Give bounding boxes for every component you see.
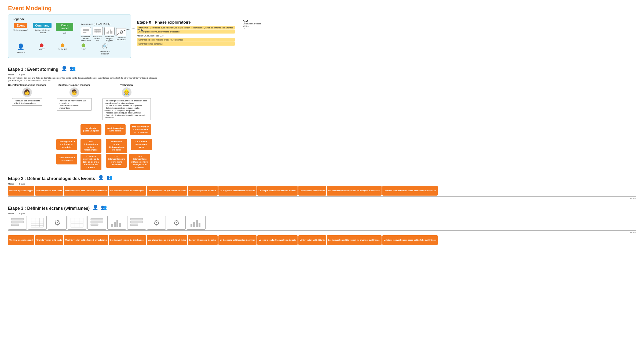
e3-sticky-7: Le compte rendu d'intervention a été sai…: [257, 235, 298, 245]
svg-rect-13: [11, 218, 24, 220]
etape3-stickies-row: Un client a passé un appel Une intervent…: [8, 235, 636, 245]
legend-scenario-item: 🔍 Scénario à détailler: [96, 43, 114, 55]
persona-label: Persona: [17, 51, 25, 54]
svg-rect-37: [130, 221, 143, 223]
etape1-metier-label: Métier: [8, 74, 14, 76]
svg-rect-1: [83, 30, 89, 31]
svg-rect-41: [196, 220, 198, 227]
persona-customer-name: Customer support manager: [58, 84, 90, 86]
legend-event: Event Verbe au passé: [13, 23, 29, 31]
legend-title: Légende: [13, 17, 126, 21]
etape3-title: Etape 3 : Définir les écrans (wireframes…: [8, 206, 90, 211]
t-sticky-0: Un client a passé un appel: [8, 186, 34, 196]
t-sticky-8: L'intervention a été clôturée: [298, 186, 326, 196]
qui-role-2: Ux: [243, 27, 261, 30]
e3-sticky-8: L'intervention a été clôturée: [298, 235, 326, 245]
svg-rect-9: [107, 32, 108, 34]
sticky-3: Un diagnostic a été fourni au technicien: [56, 139, 77, 150]
nice-label: NICE: [81, 48, 86, 50]
etape1-squad-label: Squad: [19, 74, 25, 76]
svg-rect-33: [114, 222, 116, 227]
wf-box-6: [127, 216, 146, 230]
svg-rect-4: [94, 30, 101, 31]
legend-nice-item: NICE: [75, 43, 92, 50]
e3-sticky-9: Les interventions clôturées ont été envo…: [327, 235, 382, 245]
wf-box-4: [87, 216, 106, 230]
page-title: Event Modeling: [8, 5, 636, 12]
svg-rect-0: [83, 29, 89, 30]
etape0-item-1: Atelier process : travailler macro proce…: [137, 30, 235, 34]
etape3-squad-label: Squad: [19, 212, 25, 215]
persona-customer: Customer support manager 👨 - Affecter le…: [57, 84, 92, 120]
persona-customer-avatar: 👨: [69, 87, 79, 97]
sticky-1: Une intervention a été saisie: [105, 124, 126, 135]
should-label: SHOULD: [58, 48, 67, 50]
svg-rect-6: [94, 32, 101, 33]
svg-rect-15: [11, 224, 19, 226]
t-sticky-5: La nouvelle panne a été saisie: [188, 186, 217, 196]
wf-box-3: [68, 216, 86, 230]
readmodel-box: Read-model: [56, 23, 73, 31]
nice-dot: [82, 43, 85, 47]
svg-rect-30: [91, 221, 103, 223]
qui-section: Qui? Consultant process Métier Ux: [243, 20, 261, 46]
tech-task-1: - Visualiser les interventions de la jou…: [105, 104, 149, 107]
etape1-squad-icon: 👥: [70, 65, 76, 71]
must-label: MUST: [39, 48, 45, 50]
etape1-metier-icon: 👤: [61, 65, 67, 71]
e3-sticky-1: Une intervention a été saisie: [35, 235, 63, 245]
command-sublabel: Action, Verbe à l'infinitif: [34, 29, 51, 34]
etape3-section: Etape 3 : Définir les écrans (wireframes…: [8, 203, 636, 245]
temps-label-2: temps: [8, 197, 636, 200]
svg-rect-32: [111, 224, 113, 227]
e3-sticky-5: La nouvelle panne a été saisie: [188, 235, 217, 245]
svg-rect-12: [111, 31, 112, 34]
t-sticky-3: Les interventions ont été téléchargées: [109, 186, 146, 196]
svg-rect-23: [71, 218, 83, 227]
persona-operateur-avatar: 👩: [22, 87, 32, 97]
op-task-1: - Saisir les interventions: [14, 102, 40, 104]
e3-sticky-4: Les interventions du jour ont été affich…: [147, 235, 187, 245]
persona-technicien-name: Technicien: [120, 84, 133, 86]
etape3-timeline-bar: [8, 230, 636, 231]
svg-rect-40: [193, 222, 195, 227]
wf-box-7: ⚙: [147, 216, 166, 230]
svg-rect-10: [108, 31, 109, 34]
timeline-bar: [8, 196, 636, 197]
wf-box-8: ⚙: [167, 216, 186, 230]
persona-technicien-avatar: 👷: [122, 87, 131, 97]
svg-rect-5: [94, 31, 101, 32]
svg-rect-16: [31, 218, 43, 227]
scenario-label: Scénario à détailler: [96, 50, 114, 55]
svg-rect-11: [110, 30, 111, 34]
svg-rect-31: [91, 224, 98, 226]
etape2-metier-label: Métier: [8, 183, 14, 185]
etape2-section: Etape 2 : Définir la chronologie des Eve…: [8, 173, 636, 200]
cs-task-1: - Suivre l'avancée des interventions: [59, 104, 90, 109]
legend-readmodel: Read-model Vue: [56, 23, 73, 34]
t-sticky-9: Les interventions clôturées ont été envo…: [327, 186, 382, 196]
svg-rect-42: [199, 223, 200, 227]
etape1-title: Etape 1 : Event storming: [8, 67, 58, 72]
t-sticky-10: L'état des interventions en cours a été …: [382, 186, 438, 196]
event-sublabel: Verbe au passé: [13, 29, 28, 31]
sticky-4: Les interventions ont été téléchargées: [80, 139, 101, 153]
svg-rect-35: [119, 223, 121, 227]
tech-task-3: - Accéder aux historiques d'intervention…: [105, 112, 149, 114]
sticky-7: L'intervention a été clôturée: [56, 154, 77, 164]
wf-box-9: [187, 216, 206, 230]
svg-rect-14: [11, 221, 24, 223]
etape0-item-2: Atelier UX : Experience MAP: [137, 34, 235, 38]
sticky-2: Une intervention a été affectée à un tec…: [130, 124, 151, 135]
tech-task-0: - Télécharger les interventions à effect…: [105, 100, 149, 104]
svg-rect-39: [191, 224, 192, 227]
persona-customer-tasks: - Affecter les interventions aux technic…: [57, 98, 92, 111]
sticky-9: Les interventions du jour ont été affich…: [106, 154, 127, 168]
etape0-item-3: Sortir les objectifs métiers précis / KP…: [137, 38, 235, 42]
sticky-10: Les interventions clôturées ont été envo…: [129, 154, 150, 170]
wf-form-label: Formulaire Saisie / Modification: [81, 36, 91, 41]
sticky-0: Un client a passé un appel: [80, 124, 101, 135]
must-dot: [40, 43, 43, 47]
objectif-text: Objectif métier : Équiper une flotte de …: [8, 77, 158, 82]
persona-technicien-tasks: - Télécharger les interventions à effect…: [103, 98, 151, 120]
